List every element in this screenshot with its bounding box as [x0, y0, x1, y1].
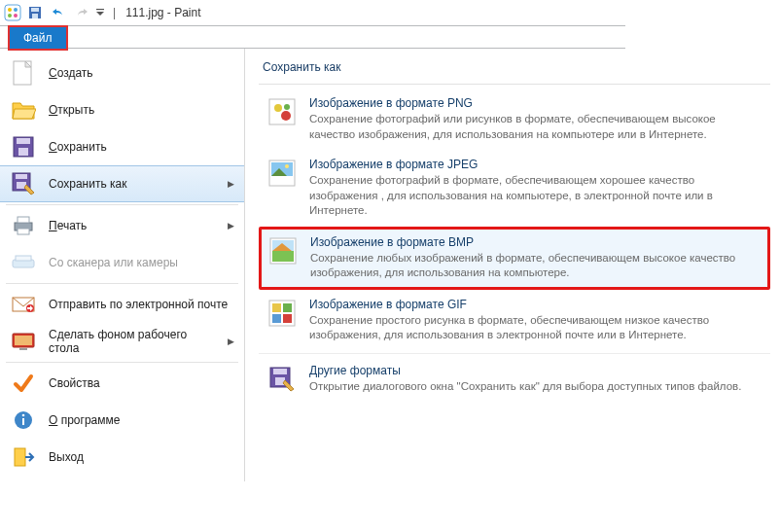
format-desc: Сохранение фотографий в формате, обеспеч…	[309, 173, 762, 219]
submenu-header: Сохранить как	[259, 54, 770, 85]
new-document-icon	[10, 59, 37, 87]
svg-rect-17	[18, 217, 29, 223]
menu-item-label: Печать	[49, 219, 216, 232]
save-as-other-formats[interactable]: Другие форматы Открытие диалогового окна…	[259, 356, 770, 403]
svg-rect-7	[32, 14, 38, 18]
exit-icon	[10, 443, 37, 471]
file-menu: Создать Открыть Сохранить Сохранить как …	[0, 49, 780, 481]
svg-rect-44	[283, 314, 292, 323]
menu-separator	[6, 204, 238, 205]
format-title: Изображение в формате GIF	[309, 298, 762, 311]
svg-rect-18	[18, 229, 29, 234]
menu-item-label: Выход	[49, 450, 234, 464]
menu-item-label: Создать	[49, 66, 234, 80]
qat-undo-button[interactable]	[49, 3, 68, 22]
menu-item-label: Сделать фоном рабочего стола	[49, 328, 216, 355]
svg-rect-14	[16, 174, 27, 179]
svg-point-32	[281, 111, 291, 121]
svg-rect-20	[16, 256, 31, 261]
titlebar: | 111.jpg - Paint	[0, 0, 780, 25]
menu-item-label: Открыть	[49, 103, 234, 117]
format-title: Другие форматы	[309, 364, 762, 377]
svg-rect-25	[19, 348, 27, 350]
svg-rect-29	[15, 448, 25, 466]
menu-item-new[interactable]: Создать	[0, 54, 244, 91]
submenu-arrow-icon: ▶	[228, 337, 234, 346]
qat-customize-dropdown[interactable]	[95, 3, 105, 22]
format-desc: Сохранение любых изображений в формате, …	[310, 251, 762, 281]
svg-rect-46	[273, 369, 287, 374]
submenu-arrow-icon: ▶	[228, 221, 234, 231]
svg-point-1	[8, 8, 12, 12]
submenu-divider	[259, 353, 770, 354]
save-as-submenu: Сохранить как Изображение в формате PNG …	[245, 49, 780, 481]
menu-item-email[interactable]: Отправить по электронной почте	[0, 286, 244, 323]
save-icon	[10, 133, 37, 160]
menu-item-properties[interactable]: Свойства	[0, 365, 244, 402]
qat-redo-button[interactable]	[72, 3, 91, 22]
svg-rect-12	[18, 148, 28, 156]
menu-item-about[interactable]: О программе	[0, 402, 244, 439]
open-folder-icon	[10, 96, 37, 124]
svg-rect-42	[283, 303, 292, 312]
file-tab[interactable]: Файл	[8, 25, 68, 51]
gif-format-icon	[266, 298, 298, 329]
svg-point-33	[284, 104, 290, 110]
menu-item-open[interactable]: Открыть	[0, 91, 244, 128]
submenu-arrow-icon: ▶	[228, 179, 234, 189]
svg-rect-43	[272, 314, 281, 323]
qat-save-button[interactable]	[25, 3, 45, 22]
svg-rect-11	[17, 138, 30, 144]
svg-rect-27	[22, 418, 24, 425]
menu-item-label: Со сканера или камеры	[49, 256, 234, 269]
titlebar-separator: |	[113, 6, 116, 19]
svg-point-4	[14, 14, 18, 18]
format-title: Изображение в формате BMP	[310, 235, 762, 249]
svg-point-28	[22, 414, 25, 417]
svg-point-31	[274, 104, 282, 112]
checkmark-icon	[10, 370, 37, 397]
format-desc: Открытие диалогового окна "Сохранить как…	[309, 379, 762, 395]
menu-item-label: Отправить по электронной почте	[49, 298, 234, 311]
menu-item-label: О программе	[49, 413, 234, 427]
menu-item-save[interactable]: Сохранить	[0, 128, 244, 165]
wallpaper-icon	[10, 328, 37, 355]
save-as-bmp[interactable]: Изображение в формате BMP Сохранение люб…	[259, 227, 770, 290]
ribbon-tab-row: Файл	[0, 25, 625, 49]
menu-item-save-as[interactable]: Сохранить как ▶	[0, 165, 244, 202]
printer-icon	[10, 212, 37, 239]
svg-point-36	[285, 164, 289, 168]
menu-separator	[6, 283, 238, 284]
save-as-jpeg[interactable]: Изображение в формате JPEG Сохранение фо…	[259, 150, 770, 227]
bmp-format-icon	[267, 235, 299, 266]
format-title: Изображение в формате JPEG	[309, 158, 762, 171]
svg-rect-0	[5, 5, 20, 20]
svg-rect-39	[272, 251, 294, 262]
other-formats-icon	[266, 364, 298, 395]
jpeg-format-icon	[266, 158, 298, 189]
svg-point-3	[8, 14, 12, 18]
save-as-png[interactable]: Изображение в формате PNG Сохранение фот…	[259, 89, 770, 150]
svg-rect-8	[96, 9, 104, 10]
menu-item-label: Сохранить	[49, 140, 234, 154]
menu-item-print[interactable]: Печать ▶	[0, 207, 244, 244]
menu-item-wallpaper[interactable]: Сделать фоном рабочего стола ▶	[0, 323, 244, 360]
scanner-icon	[10, 249, 37, 276]
png-format-icon	[266, 96, 298, 127]
format-desc: Сохранение простого рисунка в формате, о…	[309, 313, 762, 343]
menu-item-exit[interactable]: Выход	[0, 439, 244, 476]
format-desc: Сохранение фотографий или рисунков в фор…	[309, 112, 762, 142]
menu-separator	[6, 362, 238, 363]
file-menu-left: Создать Открыть Сохранить Сохранить как …	[0, 49, 245, 481]
menu-item-label: Свойства	[49, 376, 234, 390]
ribbon-empty	[68, 26, 625, 48]
info-icon	[10, 407, 37, 434]
file-tab-label: Файл	[23, 31, 53, 45]
save-as-icon	[10, 170, 37, 197]
window-title: 111.jpg - Paint	[125, 6, 200, 19]
svg-rect-6	[31, 8, 39, 12]
save-as-gif[interactable]: Изображение в формате GIF Сохранение про…	[259, 290, 770, 351]
paint-app-icon	[4, 4, 21, 21]
format-title: Изображение в формате PNG	[309, 96, 762, 110]
menu-item-scanner: Со сканера или камеры	[0, 244, 244, 281]
